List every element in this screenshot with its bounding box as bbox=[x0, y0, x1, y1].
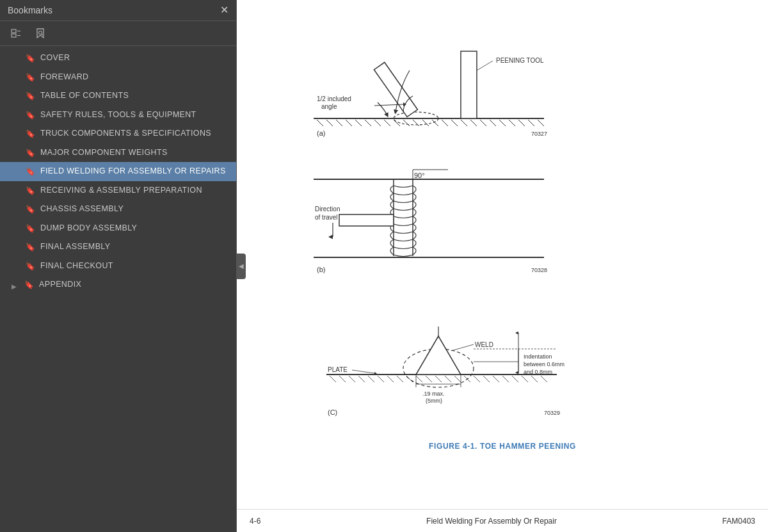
svg-text:70327: 70327 bbox=[531, 131, 547, 137]
svg-text:angle: angle bbox=[321, 103, 337, 110]
footer-page-ref: 4-6 bbox=[250, 517, 260, 526]
diagram-a-svg: 1/2 included angle PEENING TOOL (a) 7032… bbox=[275, 13, 550, 141]
sidebar-item-label-chassis: CHASSIS ASSEMBLY bbox=[40, 204, 124, 215]
sidebar-item-label-final: FINAL ASSEMBLY bbox=[40, 241, 110, 253]
bookmark-icon-toc: 🔖 bbox=[26, 92, 35, 101]
sidebar-item-final[interactable]: 🔖 FINAL ASSEMBLY bbox=[0, 238, 236, 257]
svg-line-60 bbox=[358, 376, 365, 382]
bookmark-icon-dump: 🔖 bbox=[26, 224, 35, 233]
svg-line-22 bbox=[451, 120, 458, 126]
sidebar-item-label-welding: FIELD WELDING FOR ASSEMBLY OR REPAIRS bbox=[40, 166, 226, 177]
svg-line-13 bbox=[365, 120, 371, 126]
svg-marker-81 bbox=[416, 336, 461, 375]
svg-line-27 bbox=[499, 120, 506, 126]
svg-point-5 bbox=[39, 31, 42, 35]
bookmark-icon-weights: 🔖 bbox=[26, 149, 35, 157]
sidebar-item-label-foreward: FOREWARD bbox=[40, 72, 88, 83]
svg-line-99 bbox=[352, 370, 374, 373]
sidebar-item-safety[interactable]: 🔖 SAFETY RULES, TOOLS & EQUIPMENT bbox=[0, 106, 236, 125]
bookmark-icon-final: 🔖 bbox=[26, 243, 35, 252]
diagram-c: WELD .19 max. (5mm) Indentation bbox=[275, 301, 730, 429]
svg-line-78 bbox=[531, 376, 538, 382]
sidebar-item-welding[interactable]: 🔖 FIELD WELDING FOR ASSEMBLY OR REPAIRS bbox=[0, 162, 236, 181]
svg-text:70328: 70328 bbox=[531, 267, 547, 273]
svg-marker-4 bbox=[37, 29, 44, 38]
sidebar-item-label-toc: TABLE OF CONTENTS bbox=[40, 90, 129, 102]
svg-line-25 bbox=[480, 120, 486, 126]
sidebar-item-label-receiving: RECEIVING & ASSEMBLY PREPARATION bbox=[40, 185, 202, 197]
sidebar-item-receiving[interactable]: 🔖 RECEIVING & ASSEMBLY PREPARATION bbox=[0, 181, 236, 200]
svg-line-26 bbox=[490, 120, 496, 126]
footer-right-text: FAM0403 bbox=[723, 517, 755, 526]
svg-text:between 0.6mm: between 0.6mm bbox=[524, 361, 564, 367]
sidebar-item-truck[interactable]: 🔖 TRUCK COMPONENTS & SPECIFICATIONS bbox=[0, 124, 236, 143]
svg-line-73 bbox=[483, 376, 490, 382]
svg-line-8 bbox=[317, 120, 323, 126]
svg-line-79 bbox=[541, 376, 547, 382]
sidebar-item-label-weights: MAJOR COMPONENT WEIGHTS bbox=[40, 147, 168, 159]
svg-text:90°: 90° bbox=[414, 172, 425, 179]
svg-line-83 bbox=[451, 344, 474, 351]
collapse-all-button[interactable] bbox=[6, 25, 26, 42]
figure-caption: FIGURE 4-1. TOE HAMMER PEENING bbox=[275, 442, 730, 451]
svg-line-69 bbox=[445, 376, 451, 382]
svg-text:Direction: Direction bbox=[315, 206, 340, 213]
expand-arrow-appendix[interactable]: ▶ bbox=[9, 279, 19, 294]
bookmarks-list: 🔖 COVER 🔖 FOREWARD 🔖 TABLE OF CONTENTS 🔖… bbox=[0, 46, 236, 532]
svg-text:(C): (C) bbox=[328, 408, 337, 416]
svg-text:PLATE: PLATE bbox=[328, 366, 348, 373]
bookmark-icon-chassis: 🔖 bbox=[26, 205, 35, 214]
bookmark-icon-receiving: 🔖 bbox=[26, 186, 35, 195]
close-button[interactable]: ✕ bbox=[220, 5, 228, 15]
svg-line-39 bbox=[477, 61, 493, 70]
sidebar-item-weights[interactable]: 🔖 MAJOR COMPONENT WEIGHTS bbox=[0, 143, 236, 163]
sidebar-item-label-cover: COVER bbox=[40, 52, 70, 64]
sidebar-item-toc[interactable]: 🔖 TABLE OF CONTENTS bbox=[0, 86, 236, 106]
sidebar-item-label-dump: DUMP BODY ASSEMBLY bbox=[40, 223, 137, 234]
svg-line-61 bbox=[368, 376, 374, 382]
svg-line-75 bbox=[502, 376, 509, 382]
bookmark-icon-cover: 🔖 bbox=[26, 54, 35, 63]
svg-line-14 bbox=[374, 120, 381, 126]
svg-line-21 bbox=[442, 120, 448, 126]
svg-line-29 bbox=[518, 120, 525, 126]
svg-text:Indentation: Indentation bbox=[524, 353, 552, 360]
svg-line-17 bbox=[403, 120, 410, 126]
svg-line-77 bbox=[522, 376, 528, 382]
svg-line-24 bbox=[470, 120, 477, 126]
bookmark-icon-welding: 🔖 bbox=[26, 167, 35, 176]
svg-line-67 bbox=[426, 376, 432, 382]
page-footer: 4-6 Field Welding For Assembly Or Repair… bbox=[237, 509, 768, 532]
svg-line-12 bbox=[355, 120, 362, 126]
sidebar-item-chassis[interactable]: 🔖 CHASSIS ASSEMBLY bbox=[0, 200, 236, 219]
page-container: 1/2 included angle PEENING TOOL (a) 7032… bbox=[237, 0, 768, 509]
svg-text:1/2 included: 1/2 included bbox=[317, 95, 351, 102]
sidebar-item-foreward[interactable]: 🔖 FOREWARD bbox=[0, 68, 236, 87]
bookmark-search-button[interactable] bbox=[31, 25, 50, 42]
sidebar-item-label-safety: SAFETY RULES, TOOLS & EQUIPMENT bbox=[40, 109, 196, 121]
svg-line-31 bbox=[538, 120, 544, 126]
svg-line-66 bbox=[416, 376, 422, 382]
svg-line-11 bbox=[346, 120, 352, 126]
svg-text:WELD: WELD bbox=[475, 341, 493, 348]
sidebar-item-label-checkout: FINAL CHECKOUT bbox=[40, 261, 113, 272]
svg-rect-34 bbox=[461, 51, 477, 118]
svg-line-28 bbox=[509, 120, 515, 126]
sidebar: Bookmarks ✕ 🔖 COVER bbox=[0, 0, 237, 532]
collapse-sidebar-handle[interactable]: ◀ bbox=[237, 254, 246, 279]
svg-text:(5mm): (5mm) bbox=[426, 398, 442, 404]
bookmark-icon-appendix: 🔖 bbox=[24, 280, 34, 289]
bookmark-search-icon bbox=[35, 28, 46, 39]
bookmark-icon-checkout: 🔖 bbox=[26, 262, 35, 271]
sidebar-toolbar bbox=[0, 21, 236, 46]
svg-line-72 bbox=[474, 376, 480, 382]
sidebar-item-cover[interactable]: 🔖 COVER bbox=[0, 49, 236, 68]
svg-line-10 bbox=[336, 120, 342, 126]
svg-rect-1 bbox=[12, 34, 16, 37]
sidebar-item-checkout[interactable]: 🔖 FINAL CHECKOUT bbox=[0, 257, 236, 276]
bookmark-icon-safety: 🔖 bbox=[26, 111, 35, 120]
sidebar-item-dump[interactable]: 🔖 DUMP BODY ASSEMBLY bbox=[0, 219, 236, 238]
svg-line-62 bbox=[378, 376, 384, 382]
svg-text:of travel: of travel bbox=[315, 214, 338, 221]
sidebar-item-appendix[interactable]: ▶ 🔖 APPENDIX bbox=[0, 275, 236, 298]
